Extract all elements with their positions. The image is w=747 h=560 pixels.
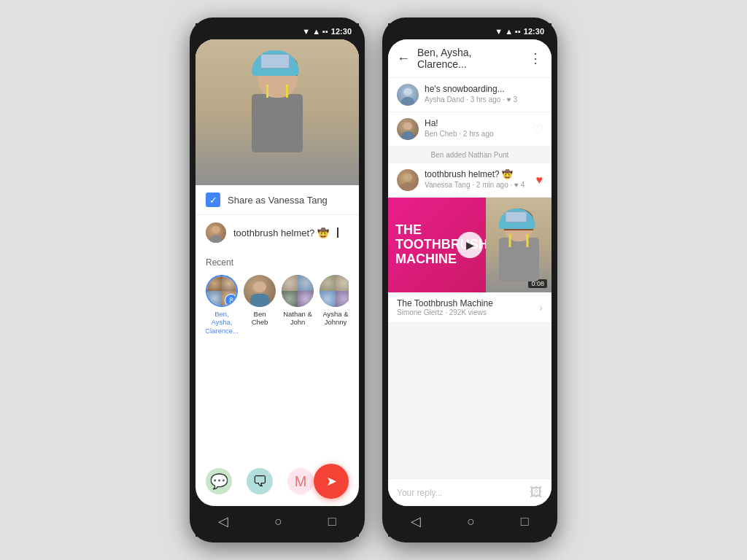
play-button[interactable]: ▶: [457, 232, 483, 258]
vanessa-message: toothbrush helmet? 🤠 Vanessa Tang · 2 mi…: [388, 163, 551, 198]
msg-meta-vanessa: Vanessa Tang · 2 min ago · ♥ 4: [425, 181, 530, 189]
comment-input[interactable]: toothbrush helmet? 🤠: [233, 228, 329, 238]
strap-left-2: [509, 234, 511, 247]
helmet-box-2: [506, 211, 527, 222]
msg-sil-v: [397, 169, 419, 191]
media-attach-button[interactable]: 🖼: [530, 485, 543, 500]
m3-1: [320, 275, 336, 291]
msg-likes-vanessa: 4: [521, 181, 525, 189]
message-item-1: Ha! Ben Cheb · 2 hrs ago ♡: [388, 112, 551, 147]
share-checkbox[interactable]: ✓: [206, 192, 220, 207]
m3-3: [320, 291, 336, 307]
status-bar-1: ▼ ▲ ▪▪ 12:30: [196, 23, 359, 39]
nav-home-2[interactable]: ○: [467, 514, 475, 529]
helmet-device-2: [499, 209, 539, 236]
phone-2: ▼ ▲ ▪▪ 12:30 ← Ben, Aysha, Clarence... ⋮: [382, 18, 557, 542]
video-thumbnail-2[interactable]: THE TOOTHBRUSH MACHINE: [388, 198, 551, 292]
reply-bar[interactable]: Your reply... 🖼: [388, 478, 551, 506]
share-footer: 💬 🗨 M ➤: [196, 459, 359, 506]
avatar-mosaic-3: [320, 275, 349, 307]
msg-heart-vanessa[interactable]: ♥: [536, 174, 543, 187]
more-options-button[interactable]: ⋮: [529, 50, 543, 66]
m3-2: [336, 275, 349, 291]
m2-3: [282, 291, 298, 307]
comment-input-area[interactable]: toothbrush helmet? 🤠: [196, 215, 359, 250]
helmet-box: [260, 54, 290, 69]
nav-home-1[interactable]: ○: [274, 514, 282, 529]
helmet-strap-right: [286, 85, 288, 98]
video-thumbnail: [196, 39, 359, 185]
m2-4: [298, 291, 314, 307]
m2-2: [298, 275, 314, 291]
msg-avatar-vanessa: [397, 169, 419, 191]
girl-torso: [252, 94, 303, 152]
text-cursor: [337, 228, 338, 238]
girl-figure-2: [486, 198, 551, 292]
message-item-0: he's snowboarding... Aysha Dand · 3 hrs …: [388, 78, 551, 112]
nav-recent-1[interactable]: □: [328, 514, 336, 529]
contact-name-3: Aysha &Johnny: [322, 310, 348, 327]
share-icon-sms[interactable]: 💬: [206, 468, 232, 494]
battery-icon-2: ▪▪: [515, 27, 521, 36]
nav-bar-2: ◁ ○ □: [388, 506, 551, 537]
phone1-screen: ✓ Share as Vanessa Tang toothbrush helme…: [196, 39, 359, 506]
send-icon: ➤: [326, 473, 337, 489]
share-header[interactable]: ✓ Share as Vanessa Tang: [196, 185, 359, 215]
recent-contacts-list: 8 Ben, Aysha,Clarence... BenCheb: [206, 275, 349, 335]
back-button[interactable]: ←: [397, 51, 410, 66]
msg-likes-0: 3: [513, 96, 517, 104]
status-time-1: 12:30: [331, 27, 352, 36]
recent-label: Recent: [206, 257, 349, 268]
msg-content-0: he's snowboarding... Aysha Dand · 3 hrs …: [425, 84, 543, 104]
status-icons-1: ▼ ▲ ▪▪: [302, 27, 328, 36]
msg-time-1: 2 hrs ago: [463, 130, 494, 138]
video-channel: Simone Giertz: [397, 308, 443, 316]
strap-right-2: [527, 234, 529, 247]
nav-back-2[interactable]: ◁: [411, 513, 421, 529]
status-time-2: 12:30: [524, 27, 544, 36]
mhv: [403, 174, 412, 182]
msg-content-1: Ha! Ben Cheb · 2 hrs ago: [425, 118, 527, 138]
contact-item-3[interactable]: Aysha &Johnny: [320, 275, 349, 335]
nav-back-1[interactable]: ◁: [218, 513, 228, 529]
video-person: [486, 198, 551, 292]
reply-input[interactable]: Your reply...: [397, 488, 524, 498]
mbv: [401, 182, 414, 191]
contact-item-0[interactable]: 8 Ben, Aysha,Clarence...: [206, 275, 238, 335]
contact-item-1[interactable]: BenCheb: [244, 275, 276, 335]
send-button[interactable]: ➤: [314, 464, 349, 499]
girl-torso-2: [499, 238, 539, 281]
share-icon-quote[interactable]: 🗨: [247, 468, 273, 494]
msg-heart-1[interactable]: ♡: [533, 122, 543, 136]
share-title-label: Share as Vanessa Tang: [228, 195, 328, 206]
msg-sil-1: [397, 118, 419, 140]
share-icon-mail[interactable]: M: [287, 468, 314, 494]
contact-avatar-3[interactable]: [320, 275, 349, 307]
mosaic-3: [207, 291, 222, 306]
msg-sil-0: [397, 84, 419, 106]
msg-sender-0: Aysha Dand: [425, 96, 464, 104]
msg-sender-vanessa: Vanessa Tang: [425, 181, 470, 189]
signal-icon-2: ▼: [495, 27, 503, 36]
msg-content-vanessa: toothbrush helmet? 🤠 Vanessa Tang · 2 mi…: [425, 169, 530, 189]
c1-head: [253, 281, 266, 292]
signal-bars: ▲: [312, 27, 320, 36]
contact-avatar-2[interactable]: [282, 275, 314, 307]
contact-name-2: Nathan &John: [283, 310, 312, 327]
avatar-body: [210, 235, 222, 243]
contact-name-1: BenCheb: [252, 310, 268, 327]
nav-recent-2[interactable]: □: [521, 514, 529, 529]
contact-name-0: Ben, Aysha,Clarence...: [206, 310, 239, 335]
video-card[interactable]: THE TOOTHBRUSH MACHINE: [388, 198, 551, 323]
chat-messages: he's snowboarding... Aysha Dand · 3 hrs …: [388, 78, 551, 478]
contact-avatar-0[interactable]: 8: [206, 275, 238, 307]
avatar-head: [212, 226, 220, 233]
video-image: [196, 39, 359, 185]
nav-bar-1: ◁ ○ □: [196, 506, 359, 537]
video-title: The Toothbrush Machine: [397, 298, 539, 308]
video-info[interactable]: The Toothbrush Machine Simone Giertz · 2…: [388, 292, 551, 323]
contact-avatar-1[interactable]: [244, 275, 276, 307]
mb1: [401, 131, 414, 140]
contact-item-2[interactable]: Nathan &John: [282, 275, 314, 335]
mh1: [403, 122, 412, 131]
